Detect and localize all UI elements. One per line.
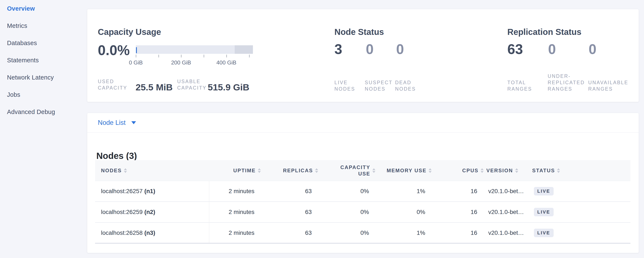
memory-use-cell: 1%: [377, 223, 433, 243]
capacity-usage-title: Capacity Usage: [98, 27, 161, 37]
column-header-capacity-use[interactable]: CAPACITY USE: [320, 160, 377, 181]
dead-nodes-label: DEAD NODES: [395, 79, 424, 92]
capacity-use-cell: 0%: [320, 223, 377, 243]
nodes-table: NODES UPTIME REPLICAS CAPACITY USE MEMOR…: [95, 160, 630, 243]
replication-status-title: Replication Status: [507, 27, 582, 37]
column-header-label: STATUS: [532, 168, 555, 174]
cluster-summary-card: Capacity Usage 0.0% 0 GiB 200 GiB 400 Gi…: [87, 9, 639, 102]
sort-icon[interactable]: [124, 168, 127, 173]
column-header-version[interactable]: VERSION: [485, 160, 528, 181]
node-id: (n3): [144, 229, 155, 236]
suspect-nodes-label: SUSPECT NODES: [365, 79, 394, 92]
version-text: v20.1.0-bet…: [488, 188, 524, 195]
sidebar-item-statements[interactable]: Statements: [0, 52, 87, 69]
axis-label-200gib: 200 GiB: [171, 59, 191, 66]
column-header-label: VERSION: [486, 168, 513, 174]
sort-icon[interactable]: [315, 168, 318, 173]
replicas-cell: 63: [262, 223, 320, 243]
column-header-uptime[interactable]: UPTIME: [209, 160, 262, 181]
sidebar-item-metrics[interactable]: Metrics: [0, 17, 87, 35]
node-address: localhost:26258: [101, 229, 142, 236]
sidebar-item-databases[interactable]: Databases: [0, 35, 87, 52]
status-cell: LIVE: [528, 202, 630, 222]
replicas-cell: 63: [262, 181, 320, 201]
nodes-section-title: Nodes (3): [96, 151, 137, 161]
column-header-label: NODES: [101, 168, 122, 174]
status-cell: LIVE: [528, 223, 630, 243]
sidebar-item-overview[interactable]: Overview: [0, 0, 87, 17]
unavailable-ranges-label: UNAVAILABLE RANGES: [588, 79, 631, 92]
table-row-n2[interactable]: localhost:26259 (n2) 2 minutes 63 0% 0% …: [95, 202, 630, 223]
node-list-card: Node List Nodes (3) NODES UPTIME REPLICA…: [87, 113, 639, 253]
uptime-cell: 2 minutes: [209, 223, 262, 243]
column-header-label: REPLICAS: [283, 168, 313, 174]
status-cell: LIVE: [528, 181, 630, 201]
node-name-cell: localhost:26259 (n2): [95, 202, 209, 222]
column-header-label: UPTIME: [233, 168, 256, 174]
view-selector-dropdown[interactable]: Node List: [87, 113, 639, 133]
node-status-title: Node Status: [334, 27, 384, 37]
node-address: localhost:26259: [101, 209, 142, 215]
suspect-nodes-count: 0: [366, 41, 374, 57]
capacity-axis-ticks: [136, 55, 253, 57]
capacity-bar-reserved-segment: [235, 45, 253, 54]
node-address: localhost:26257: [101, 188, 142, 195]
column-header-cpus[interactable]: CPUS: [433, 160, 485, 181]
live-nodes-label: LIVE NODES: [334, 79, 363, 92]
cluster-overview-page: Overview Metrics Databases Statements Ne…: [0, 0, 644, 258]
table-row-n3[interactable]: localhost:26258 (n3) 2 minutes 63 0% 1% …: [95, 223, 630, 243]
uptime-cell: 2 minutes: [209, 202, 262, 222]
nodes-table-header: NODES UPTIME REPLICAS CAPACITY USE MEMOR…: [95, 160, 630, 181]
node-name-cell: localhost:26258 (n3): [95, 223, 209, 243]
memory-use-cell: 0%: [377, 202, 433, 222]
capacity-used-percent: 0.0%: [98, 42, 130, 58]
column-header-status[interactable]: STATUS: [528, 160, 630, 181]
replicas-cell: 63: [262, 202, 320, 222]
total-ranges-count: 63: [507, 41, 523, 57]
column-header-replicas[interactable]: REPLICAS: [262, 160, 320, 181]
cpus-cell: 16: [433, 181, 485, 201]
used-capacity-value: 25.5 MiB: [136, 82, 172, 92]
chevron-down-icon[interactable]: [131, 121, 136, 124]
node-id: (n2): [144, 209, 155, 215]
used-capacity-label: USED CAPACITY: [98, 78, 134, 91]
version-cell: v20.1.0-bet…: [485, 202, 528, 222]
sort-icon[interactable]: [515, 168, 518, 173]
capacity-use-cell: 0%: [320, 181, 377, 201]
column-header-memory-use[interactable]: MEMORY USE: [377, 160, 433, 181]
status-badge: LIVE: [534, 208, 554, 216]
sidebar-item-advanced-debug[interactable]: Advanced Debug: [0, 103, 87, 120]
version-cell: v20.1.0-bet…: [485, 223, 528, 243]
sort-icon[interactable]: [372, 168, 375, 173]
total-ranges-label: TOTAL RANGES: [507, 79, 550, 92]
capacity-axis-labels: 0 GiB 200 GiB 400 GiB: [136, 59, 253, 67]
sidebar: Overview Metrics Databases Statements Ne…: [0, 0, 87, 258]
live-nodes-count: 3: [334, 41, 342, 57]
unavailable-ranges-count: 0: [588, 41, 596, 57]
axis-label-0gib: 0 GiB: [129, 59, 142, 66]
axis-label-400gib: 400 GiB: [216, 59, 236, 66]
dead-nodes-count: 0: [396, 41, 404, 57]
cpus-cell: 16: [433, 223, 485, 243]
sort-icon[interactable]: [557, 168, 560, 173]
version-text: v20.1.0-bet…: [488, 209, 524, 215]
usable-capacity-value: 515.9 GiB: [208, 82, 249, 92]
capacity-bar-used-marker: [136, 47, 137, 53]
column-header-label: MEMORY USE: [386, 168, 426, 174]
version-cell: v20.1.0-bet…: [485, 181, 528, 201]
sort-icon[interactable]: [258, 168, 261, 173]
sidebar-item-jobs[interactable]: Jobs: [0, 86, 87, 103]
sidebar-item-network-latency[interactable]: Network Latency: [0, 69, 87, 86]
column-header-label: CPUS: [462, 168, 478, 174]
uptime-cell: 2 minutes: [209, 181, 262, 201]
view-selector-label[interactable]: Node List: [98, 119, 126, 126]
node-id: (n1): [144, 188, 155, 195]
table-row-n1[interactable]: localhost:26257 (n1) 2 minutes 63 0% 1% …: [95, 181, 630, 202]
capacity-usage-chart: [136, 45, 253, 54]
column-header-nodes[interactable]: NODES: [95, 160, 209, 181]
sort-icon[interactable]: [480, 168, 484, 173]
node-name-cell: localhost:26257 (n1): [95, 181, 209, 201]
memory-use-cell: 1%: [377, 181, 433, 201]
version-text: v20.1.0-bet…: [488, 229, 524, 236]
sort-icon[interactable]: [429, 168, 432, 173]
